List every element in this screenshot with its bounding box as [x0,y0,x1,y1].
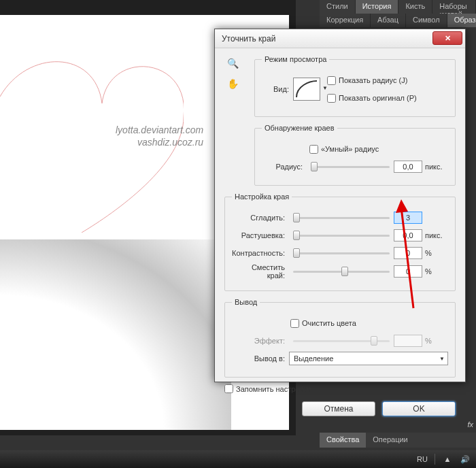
shift-edge-unit: % [425,267,448,275]
feather-input[interactable]: 0,0 [394,229,422,241]
bottom-panel-tabs: Свойства Операции [320,433,476,448]
show-original-label: Показать оригинал (P) [339,94,417,102]
smooth-input[interactable]: 3 [394,212,422,224]
contrast-label: Контрастность: [232,249,285,257]
adjust-edge-legend: Настройка края [232,193,292,201]
tab-character[interactable]: Символ [406,14,447,27]
tab-paragraph[interactable]: Абзац [371,14,406,27]
show-original-checkbox[interactable] [327,94,336,103]
dialog-titlebar[interactable]: Уточнить край ✕ [215,29,465,48]
feather-slider[interactable] [293,230,390,241]
chevron-down-icon: ▼ [439,356,445,362]
magnifier-icon: 🔍 [227,58,239,69]
refine-edge-dialog: Уточнить край ✕ 🔍 ✋ Режим просмотра Вид:… [214,29,466,382]
decontaminate-label: Очистить цвета [302,319,356,327]
smooth-label: Сгладить: [232,214,285,222]
tab-adjustments[interactable]: Коррекция [320,14,371,27]
feather-unit: пикс. [425,231,448,239]
hand-icon: ✋ [227,78,239,89]
shift-edge-input[interactable]: 0 [394,265,422,278]
status-bar: RU ▲ 🔊 [0,450,476,468]
cancel-button[interactable]: Отмена [302,401,375,416]
remember-settings-label: Запомнить настройки [236,385,311,393]
edge-detection-legend: Обнаружение краев [262,124,337,132]
ok-button[interactable]: OK [382,401,456,416]
output-group: Вывод Очистить цвета Эффект: % Вывод в: … [224,298,456,378]
watermark-text: lyotta.deviantart.com vashdiz.ucoz.ru [116,124,203,148]
decontaminate-checkbox[interactable] [290,319,299,328]
tab-actions[interactable]: Операции [366,433,414,448]
show-hidden-icons-icon[interactable]: ▲ [442,454,453,465]
effect-input [394,335,422,347]
edge-detection-group: Обнаружение краев «Умный» радиус Радиус:… [254,124,456,186]
effect-unit: % [425,337,448,345]
smart-radius-label: «Умный» радиус [321,145,379,153]
panel-tabs-row1: Стили История Кисть Наборы кистей [320,0,476,14]
contrast-unit: % [425,249,448,257]
output-to-select[interactable]: Выделение ▼ [289,352,448,365]
output-to-value: Выделение [294,354,333,363]
show-radius-checkbox[interactable] [327,76,336,85]
output-legend: Вывод [232,298,260,306]
smart-radius-checkbox[interactable] [309,145,318,154]
canvas-shadow [0,239,231,430]
effect-label: Эффект: [232,337,285,345]
fx-label: fx [467,420,473,429]
close-button[interactable]: ✕ [432,31,462,45]
radius-unit: пикс. [425,163,448,171]
watermark-line2: vashdiz.ucoz.ru [116,136,203,148]
output-to-label: Вывод в: [232,354,285,363]
hand-tool-button[interactable]: ✋ [224,76,241,92]
remember-settings-checkbox[interactable] [224,384,233,393]
shift-edge-label: Сместить край: [232,263,285,280]
dialog-tool-column: 🔍 ✋ [224,55,245,96]
view-label: Вид: [262,85,289,93]
tab-brush-presets[interactable]: Наборы кистей [432,0,476,14]
feather-label: Растушевка: [232,231,285,239]
close-icon: ✕ [445,34,451,43]
zoom-tool-button[interactable]: 🔍 [224,55,241,71]
tab-swatches[interactable]: Образцы [447,14,476,27]
contrast-slider[interactable] [293,248,390,258]
radius-label: Радиус: [262,163,303,171]
view-mode-thumbnail[interactable]: ▼ [293,78,320,101]
tab-history[interactable]: История [356,0,399,14]
view-mode-legend: Режим просмотра [262,55,329,63]
radius-input[interactable]: 0,0 [394,161,422,173]
show-radius-label: Показать радиус (J) [339,76,407,84]
adjust-edge-group: Настройка края Сгладить: 3 Растушевка: 0… [224,193,456,291]
shift-edge-slider[interactable] [293,266,390,277]
tab-properties[interactable]: Свойства [320,433,366,448]
radius-slider[interactable] [311,161,390,172]
watermark-line1: lyotta.deviantart.com [116,124,203,136]
dialog-body: 🔍 ✋ Режим просмотра Вид: ▼ Показать ради… [215,48,465,423]
language-indicator[interactable]: RU [417,455,428,463]
view-mode-group: Режим просмотра Вид: ▼ Показать радиус (… [254,55,456,117]
panel-tabs-row2: Коррекция Абзац Символ Образцы [320,14,476,27]
chevron-down-icon: ▼ [322,85,328,91]
volume-icon[interactable]: 🔊 [460,454,471,465]
tab-styles[interactable]: Стили [320,0,356,14]
smooth-slider[interactable] [293,212,390,223]
contrast-input[interactable]: 0 [394,247,422,259]
dialog-title: Уточнить край [219,34,275,44]
effect-slider [293,335,390,346]
tab-brush[interactable]: Кисть [398,0,432,14]
